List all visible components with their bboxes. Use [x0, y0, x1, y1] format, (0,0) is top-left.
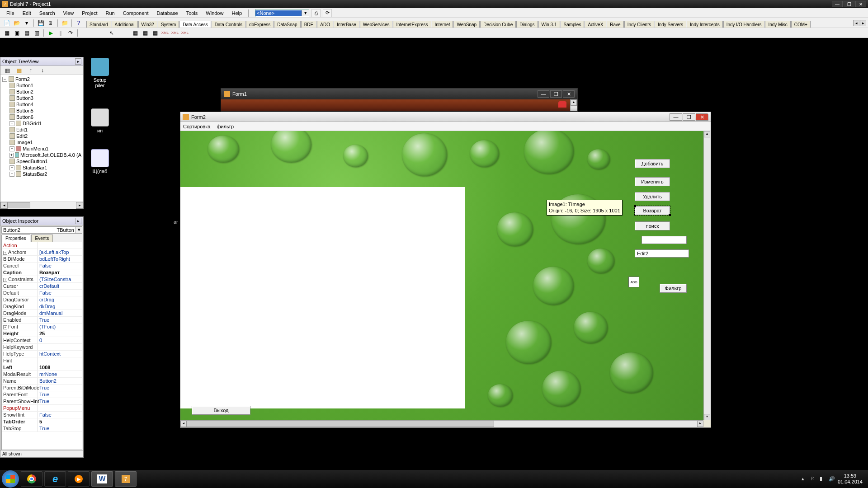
- new-button[interactable]: 📄: [2, 19, 11, 28]
- palette-tab[interactable]: DataSnap: [274, 21, 300, 28]
- palette-tab[interactable]: Additional: [112, 21, 138, 28]
- scroll-up-icon[interactable]: ▴: [571, 99, 577, 106]
- form1-window[interactable]: Form1 — ❐ ✕ ▴: [221, 88, 578, 112]
- saveall-button[interactable]: 🗎: [46, 19, 55, 28]
- open-button[interactable]: 📂: [12, 19, 21, 28]
- component-5[interactable]: XML: [170, 28, 179, 38]
- palette-tab[interactable]: Rave: [607, 21, 623, 28]
- form2-maximize[interactable]: ❐: [683, 113, 695, 121]
- button-exit[interactable]: Выход: [192, 406, 250, 415]
- tree-btn-1[interactable]: ▦: [3, 66, 12, 75]
- component-2[interactable]: ▦: [141, 28, 150, 38]
- edit2-field[interactable]: Edit2: [635, 249, 689, 258]
- palette-tab[interactable]: Indy I/O Handlers: [723, 21, 765, 28]
- scroll-thumb[interactable]: [187, 421, 494, 427]
- button-delete[interactable]: Удалить: [635, 192, 670, 201]
- taskbar-wmp[interactable]: ▶: [68, 471, 90, 487]
- palette-tab[interactable]: Indy Servers: [655, 21, 686, 28]
- open-dropdown[interactable]: ▾: [22, 19, 31, 28]
- step-button[interactable]: ↷: [66, 28, 75, 38]
- dbgrid-area[interactable]: [180, 187, 465, 408]
- tree-node[interactable]: Button5: [16, 108, 33, 113]
- tree-node[interactable]: Button4: [16, 102, 33, 107]
- toolbar-icon-1[interactable]: ⎙: [311, 9, 321, 17]
- maximize-button[interactable]: ❐: [844, 1, 854, 7]
- button-search[interactable]: поиск: [635, 221, 670, 230]
- palette-tab[interactable]: Standard: [86, 21, 111, 28]
- pin-icon[interactable]: ▸: [75, 218, 81, 224]
- start-button[interactable]: [2, 470, 19, 488]
- desktop-icon-setup[interactable]: Setup piler: [84, 58, 116, 88]
- tree-down[interactable]: ↓: [38, 66, 47, 75]
- taskbar-chrome[interactable]: [21, 471, 42, 487]
- palette-tab[interactable]: Win 3.1: [538, 21, 560, 28]
- clock[interactable]: 13:59 01.04.2014: [838, 473, 863, 485]
- palette-tab[interactable]: Indy Intercepts: [687, 21, 723, 28]
- tree-node[interactable]: Edit2: [16, 133, 28, 139]
- palette-tab[interactable]: dbExpress: [246, 21, 274, 28]
- form2-hscroll[interactable]: ◂ ▸: [180, 420, 703, 427]
- form2-window[interactable]: Form2 — ❐ ✕ Сортировка фильтр Добавить И…: [180, 112, 711, 428]
- scroll-left-icon[interactable]: ◂: [0, 202, 8, 209]
- scroll-down-icon[interactable]: ▾: [704, 414, 710, 420]
- menu-view[interactable]: View: [60, 9, 78, 17]
- menu-sort[interactable]: Сортировка: [183, 124, 210, 129]
- tray-volume-icon[interactable]: 🔊: [829, 476, 835, 482]
- palette-scroll-right[interactable]: ▸: [860, 20, 866, 26]
- tab-properties[interactable]: Properties: [1, 235, 30, 242]
- palette-tab[interactable]: Dialogs: [516, 21, 538, 28]
- tray-up-icon[interactable]: ▴: [802, 476, 808, 482]
- button-add[interactable]: Добавить: [635, 159, 670, 168]
- menu-tools[interactable]: Tools: [183, 9, 202, 17]
- menu-edit[interactable]: Edit: [19, 9, 35, 17]
- button-filter[interactable]: Фильтр: [660, 284, 687, 293]
- palette-tab[interactable]: WebSnap: [453, 21, 480, 28]
- palette-scroll-left[interactable]: ◂: [853, 20, 859, 26]
- pin-icon[interactable]: ▸: [75, 58, 81, 65]
- palette-tab[interactable]: ADO: [317, 21, 333, 28]
- menu-file[interactable]: File: [3, 9, 18, 17]
- run-button[interactable]: ▶: [46, 28, 55, 38]
- component-3[interactable]: ▦: [151, 28, 160, 38]
- help-icon[interactable]: ?: [74, 19, 83, 28]
- close-button[interactable]: ✕: [855, 1, 866, 7]
- palette-tab-active[interactable]: Data Access: [179, 21, 211, 28]
- button-return-selected[interactable]: Возврат: [635, 206, 670, 215]
- tree-node[interactable]: MainMenu1: [23, 146, 48, 151]
- palette-tab[interactable]: BDE: [301, 21, 317, 28]
- tree-node[interactable]: Edit1: [16, 127, 28, 132]
- palette-tab[interactable]: Indy Clients: [624, 21, 654, 28]
- minimize-button[interactable]: —: [832, 1, 843, 7]
- tree-body[interactable]: −Form2 Button1 Button2 Button3 Button4 B…: [0, 75, 83, 202]
- component-4[interactable]: XML: [160, 28, 170, 38]
- view-form-button[interactable]: ▣: [12, 28, 21, 38]
- component-1[interactable]: ▦: [131, 28, 140, 38]
- tree-node[interactable]: Button2: [16, 89, 33, 94]
- toggle-button[interactable]: ▤: [22, 28, 31, 38]
- tree-node[interactable]: SpeedButton1: [16, 159, 48, 164]
- tree-node[interactable]: DBGrid1: [23, 121, 42, 126]
- palette-tab[interactable]: Win32: [138, 21, 157, 28]
- tree-node[interactable]: StatusBar1: [23, 165, 47, 170]
- component-6[interactable]: XML: [180, 28, 189, 38]
- tree-node[interactable]: Button1: [16, 83, 33, 88]
- scroll-right-icon[interactable]: ▸: [76, 202, 83, 209]
- palette-tab[interactable]: ActiveX: [585, 21, 606, 28]
- scroll-left-icon[interactable]: ◂: [180, 421, 187, 427]
- scroll-thumb[interactable]: [8, 202, 30, 208]
- palette-tab[interactable]: InternetExpress: [393, 21, 431, 28]
- desktop-icon-3[interactable]: Щ(лаб: [84, 149, 116, 174]
- edit1-field[interactable]: [642, 236, 687, 244]
- view-unit-button[interactable]: ▦: [2, 28, 11, 38]
- scroll-right-icon[interactable]: ▸: [697, 421, 703, 427]
- open-project-button[interactable]: 📁: [60, 19, 69, 28]
- form1-close[interactable]: ✕: [563, 90, 575, 98]
- tree-node[interactable]: Button3: [16, 95, 33, 101]
- menu-database[interactable]: Database: [153, 9, 182, 17]
- desktop-icon-2[interactable]: ин: [84, 108, 116, 133]
- palette-tab[interactable]: WebServices: [360, 21, 393, 28]
- form1-minimize[interactable]: —: [538, 90, 549, 98]
- menu-project[interactable]: Project: [78, 9, 101, 17]
- palette-tab[interactable]: Indy Misc: [765, 21, 790, 28]
- palette-tab[interactable]: Internet: [432, 21, 453, 28]
